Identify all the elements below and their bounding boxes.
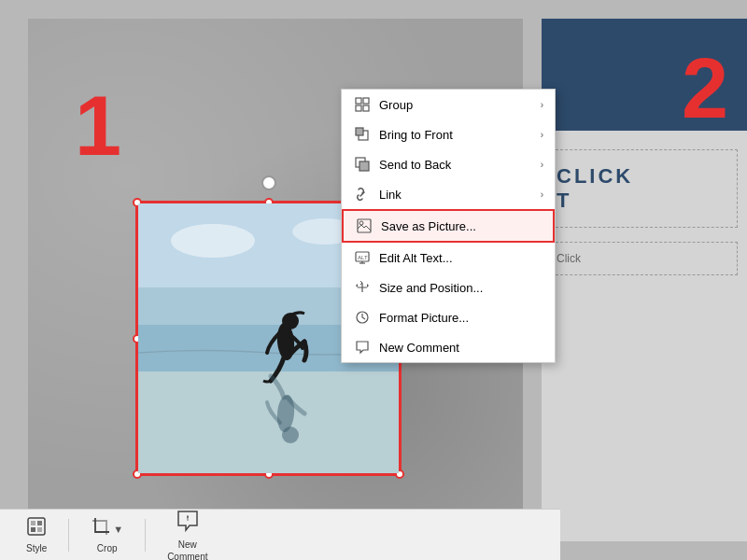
menu-item-size-and-position[interactable]: Size and Position... xyxy=(342,273,555,302)
group-arrow: › xyxy=(541,100,543,110)
svg-rect-25 xyxy=(37,521,42,525)
menu-save-as-picture-label: Save as Picture... xyxy=(381,219,542,233)
slide-number-2: 2 xyxy=(682,47,728,131)
menu-item-format-picture[interactable]: Format Picture... xyxy=(342,302,555,332)
new-comment-toolbar-label: New xyxy=(178,539,197,550)
crop-label: Crop xyxy=(97,543,118,553)
slide-2-title2: T xyxy=(557,189,732,213)
send-to-back-arrow: › xyxy=(541,160,543,170)
link-icon xyxy=(353,185,372,203)
menu-bring-to-front-label: Bring to Front xyxy=(379,128,541,142)
menu-edit-alt-text-label: Edit Alt Text... xyxy=(379,251,543,265)
new-comment-toolbar-button[interactable]: New Comment xyxy=(160,505,215,561)
group-icon xyxy=(353,95,372,114)
menu-item-edit-alt-text[interactable]: ALT Edit Alt Text... xyxy=(342,243,555,273)
slide-2-subtitle: Click xyxy=(557,252,732,265)
style-button[interactable]: Style xyxy=(19,512,54,557)
size-and-position-icon xyxy=(353,278,372,297)
menu-size-and-position-label: Size and Position... xyxy=(379,281,543,295)
save-as-picture-icon xyxy=(355,217,374,235)
edit-alt-text-icon: ALT xyxy=(353,248,372,267)
slide-2-sub-box: Click xyxy=(551,242,738,275)
slide-2-title: CLICK xyxy=(557,164,732,189)
rotate-handle[interactable] xyxy=(261,175,276,190)
svg-rect-17 xyxy=(359,161,369,171)
svg-rect-3 xyxy=(138,371,399,473)
svg-rect-23 xyxy=(28,518,45,535)
menu-item-bring-to-front[interactable]: Bring to Front › xyxy=(342,119,555,149)
svg-rect-27 xyxy=(37,527,42,532)
send-to-back-icon xyxy=(353,155,372,174)
svg-rect-18 xyxy=(358,219,371,232)
svg-rect-10 xyxy=(356,98,361,104)
menu-new-comment-label: New Comment xyxy=(379,341,543,355)
menu-link-label: Link xyxy=(379,188,541,202)
svg-rect-15 xyxy=(356,128,363,135)
svg-rect-11 xyxy=(363,98,369,104)
new-comment-toolbar-icon xyxy=(176,509,200,538)
menu-group-label: Group xyxy=(379,98,541,112)
menu-item-save-as-picture[interactable]: Save as Picture... xyxy=(342,209,555,243)
svg-text:ALT: ALT xyxy=(358,255,368,260)
svg-point-4 xyxy=(171,224,255,258)
context-menu: Group › Bring to Front › Send to Back › … xyxy=(341,89,556,363)
menu-send-to-back-label: Send to Back xyxy=(379,158,541,172)
menu-item-new-comment[interactable]: New Comment xyxy=(342,332,555,362)
slide-2-title-box: CLICK T xyxy=(551,149,738,228)
style-icon xyxy=(26,516,47,541)
new-comment-toolbar-label2: Comment xyxy=(167,552,207,561)
menu-item-link[interactable]: Link › xyxy=(342,179,555,209)
bottom-toolbar: Style ▼ Crop New Comment xyxy=(0,509,560,560)
link-arrow: › xyxy=(541,189,543,200)
format-picture-icon xyxy=(353,308,372,327)
svg-rect-24 xyxy=(31,521,35,525)
svg-rect-12 xyxy=(356,105,361,111)
slide-number-1: 1 xyxy=(75,84,121,168)
svg-rect-26 xyxy=(31,527,35,532)
menu-item-group[interactable]: Group › xyxy=(342,90,555,119)
svg-rect-13 xyxy=(363,105,369,111)
bring-to-front-icon xyxy=(353,125,372,144)
slide-2: 2 CLICK T Click xyxy=(542,19,747,541)
new-comment-icon xyxy=(353,338,372,357)
crop-icon xyxy=(91,516,111,541)
menu-item-send-to-back[interactable]: Send to Back › xyxy=(342,149,555,179)
menu-format-picture-label: Format Picture... xyxy=(379,311,543,325)
toolbar-divider-2 xyxy=(145,519,146,552)
bring-to-front-arrow: › xyxy=(541,130,543,140)
slide-2-content: CLICK T Click xyxy=(542,131,747,294)
crop-dropdown-arrow[interactable]: ▼ xyxy=(113,524,123,535)
svg-point-9 xyxy=(282,427,299,443)
style-label: Style xyxy=(26,543,47,553)
toolbar-divider-1 xyxy=(68,519,69,552)
crop-button[interactable]: ▼ Crop xyxy=(83,512,131,557)
